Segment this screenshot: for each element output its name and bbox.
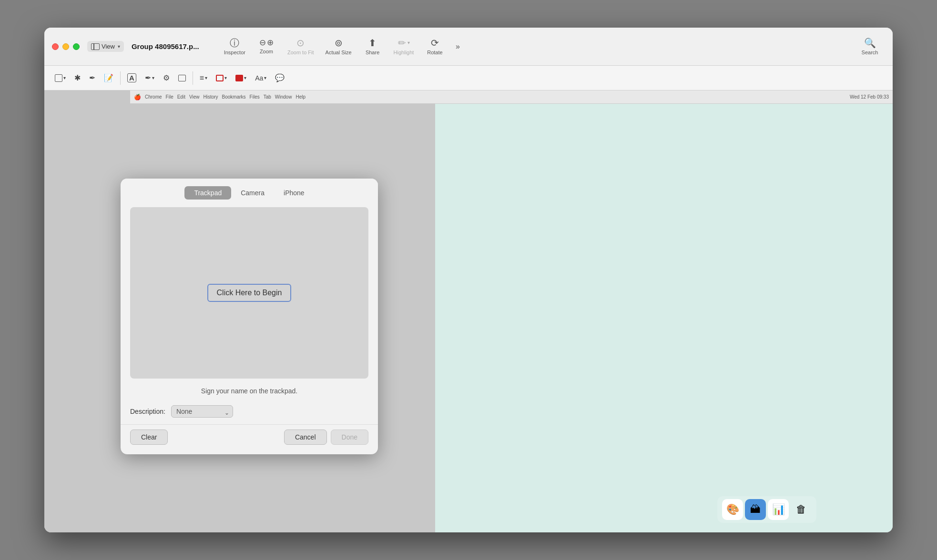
lines-btn[interactable]: ≡ ▾: [197, 72, 210, 84]
signature-hint: Sign your name on the trackpad.: [121, 382, 378, 401]
description-label: Description:: [130, 408, 165, 415]
text-icon: A: [127, 73, 136, 82]
toolbar-more-button[interactable]: »: [450, 39, 465, 54]
draw-icon: ✒: [89, 73, 95, 82]
minimize-button[interactable]: [62, 43, 69, 50]
highlight-icon: ✏ ▾: [398, 38, 410, 48]
toolbar-share[interactable]: ⬆ Share: [357, 35, 388, 58]
border-color-icon: [216, 75, 224, 81]
title-bar: View ▾ Group 48095617.p... ⓘ Inspector ⊖…: [44, 28, 893, 66]
search-label: Search: [862, 50, 878, 55]
footer-left: Clear: [130, 430, 168, 445]
lines-icon: ≡: [200, 74, 204, 82]
actual-size-icon: ⊚: [335, 38, 343, 48]
toolbar-inspector[interactable]: ⓘ Inspector: [218, 35, 251, 58]
lasso-tool-btn[interactable]: ✱: [71, 71, 83, 84]
text-btn[interactable]: A: [124, 71, 139, 84]
footer-right: Cancel Done: [284, 430, 368, 445]
tab-iphone[interactable]: iPhone: [274, 186, 314, 200]
traffic-lights: [52, 43, 80, 50]
maximize-button[interactable]: [73, 43, 80, 50]
more-icon: »: [456, 42, 460, 51]
sign-btn[interactable]: ✒ ▾: [142, 71, 157, 84]
share-label: Share: [366, 50, 379, 55]
font-icon: Aa: [255, 74, 263, 82]
click-here-button[interactable]: Click Here to Begin: [207, 284, 292, 302]
adjust-btn[interactable]: ⚙: [160, 71, 173, 84]
toolbar-highlight[interactable]: ✏ ▾ Highlight: [388, 35, 420, 58]
chevron-down-icon: ▾: [118, 44, 120, 49]
toolbar-items: ⓘ Inspector ⊖ ⊕ Zoom ⊙ Zoom to Fit ⊚ Act…: [218, 35, 885, 58]
tab-trackpad[interactable]: Trackpad: [184, 186, 231, 200]
zoom-icon: ⊖ ⊕: [259, 39, 274, 47]
fill-color-btn[interactable]: ▾: [233, 73, 249, 83]
separator-1: [120, 71, 121, 85]
zoom-to-fit-icon: ⊙: [296, 38, 305, 48]
speech-icon: 💬: [275, 73, 285, 82]
border-chevron: ▾: [224, 75, 227, 80]
close-button[interactable]: [52, 43, 59, 50]
toolbar-actual-size[interactable]: ⊚ Actual Size: [320, 35, 357, 58]
search-icon: 🔍: [864, 38, 876, 48]
adjust-icon: ⚙: [163, 73, 170, 82]
fill-chevron: ▾: [244, 75, 246, 80]
font-btn[interactable]: Aa ▾: [252, 72, 269, 84]
fill-color-icon: [235, 75, 243, 81]
font-chevron: ▾: [264, 75, 266, 80]
view-label: View: [102, 43, 115, 50]
description-row: Description: None: [121, 401, 378, 424]
dialog-tabs: Trackpad Camera iPhone: [121, 179, 378, 203]
clear-button[interactable]: Clear: [130, 430, 168, 445]
view-button[interactable]: View ▾: [87, 41, 124, 52]
sign-icon: ✒: [145, 73, 151, 82]
selection-chevron: ▾: [63, 75, 66, 80]
zoom-in-icon: ⊕: [267, 39, 274, 47]
done-button[interactable]: Done: [331, 430, 368, 445]
draw-tool-btn[interactable]: ✒: [86, 71, 98, 84]
main-content: 🍎 Chrome File Edit View History Bookmark…: [44, 90, 893, 532]
toolbar-zoom-to-fit[interactable]: ⊙ Zoom to Fit: [282, 35, 320, 58]
lines-chevron: ▾: [205, 75, 207, 80]
rotate-label: Rotate: [427, 50, 442, 55]
share-icon: ⬆: [368, 38, 377, 48]
signature-dialog: Trackpad Camera iPhone Click Here to Beg…: [121, 179, 378, 454]
cancel-button[interactable]: Cancel: [284, 430, 327, 445]
highlight-label: Highlight: [394, 50, 414, 55]
secondary-toolbar: ▾ ✱ ✒ 📝 A ✒ ▾ ⚙ ≡ ▾ ▾: [44, 66, 893, 90]
zoom-to-fit-label: Zoom to Fit: [287, 50, 314, 55]
signature-area[interactable]: Click Here to Begin: [130, 207, 368, 379]
view-icon: [91, 43, 100, 50]
selection-tool-btn[interactable]: ▾: [52, 72, 69, 84]
rotate-icon: ⟳: [431, 38, 439, 48]
zoom-out-icon: ⊖: [259, 39, 266, 47]
mac-window: View ▾ Group 48095617.p... ⓘ Inspector ⊖…: [44, 28, 893, 532]
description-select-wrap[interactable]: None: [171, 405, 233, 418]
zoom-label: Zoom: [260, 49, 273, 54]
inspector-label: Inspector: [224, 50, 245, 55]
actual-size-label: Actual Size: [326, 50, 352, 55]
border-color-btn[interactable]: ▾: [213, 73, 230, 83]
annotate-icon: 📝: [104, 73, 113, 82]
tab-camera[interactable]: Camera: [231, 186, 274, 200]
selection-icon: [55, 74, 62, 82]
description-select[interactable]: None: [171, 405, 233, 418]
dialog-footer: Clear Cancel Done: [121, 424, 378, 454]
layout-btn[interactable]: [175, 73, 189, 83]
toolbar-search[interactable]: 🔍 Search: [855, 35, 885, 58]
speech-btn[interactable]: 💬: [272, 71, 287, 84]
toolbar-zoom[interactable]: ⊖ ⊕ Zoom: [251, 36, 282, 57]
inspector-icon: ⓘ: [230, 38, 239, 48]
pen-icon: ✏: [398, 38, 406, 48]
sign-chevron: ▾: [152, 75, 154, 80]
separator-2: [193, 71, 193, 85]
chevron-down-highlight: ▾: [407, 40, 410, 45]
toolbar-rotate[interactable]: ⟳ Rotate: [419, 35, 450, 58]
layout-icon: [178, 75, 186, 81]
window-title: Group 48095617.p...: [132, 42, 199, 50]
annotate-btn[interactable]: 📝: [101, 71, 116, 84]
dialog-overlay: Trackpad Camera iPhone Click Here to Beg…: [44, 90, 893, 532]
lasso-icon: ✱: [74, 73, 81, 82]
